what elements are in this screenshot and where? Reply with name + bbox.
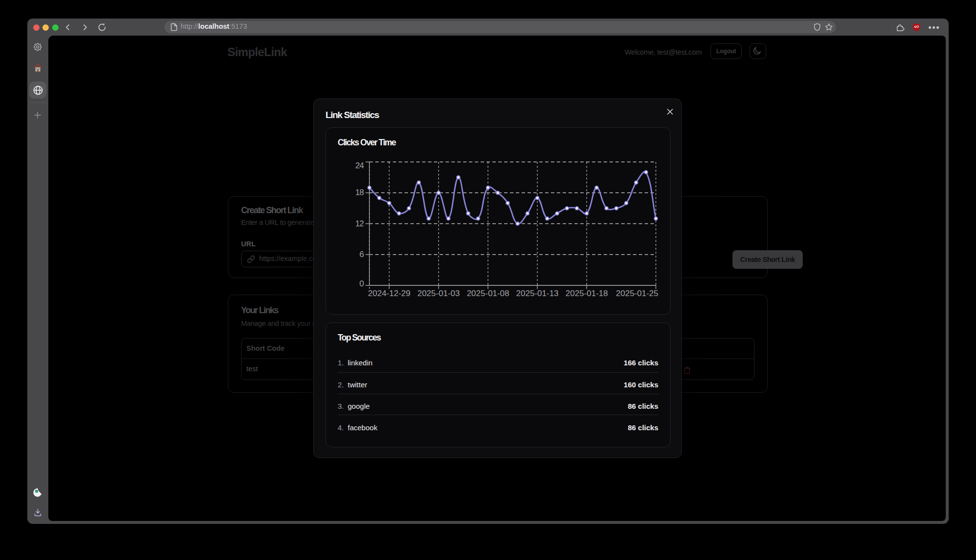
svg-text:2025-01-25: 2025-01-25 [616,289,658,298]
svg-text:6: 6 [359,250,364,259]
svg-text:2025-01-18: 2025-01-18 [566,289,608,298]
svg-text:2025-01-03: 2025-01-03 [417,289,460,298]
svg-text:2024-12-29: 2024-12-29 [368,289,410,298]
svg-text:12: 12 [355,219,364,228]
svg-text:0: 0 [359,279,364,288]
svg-text:18: 18 [355,188,364,197]
svg-text:uO: uO [914,25,919,28]
svg-text:24: 24 [355,161,364,170]
svg-text:2025-01-13: 2025-01-13 [516,289,559,298]
svg-text:2025-01-08: 2025-01-08 [467,289,509,298]
